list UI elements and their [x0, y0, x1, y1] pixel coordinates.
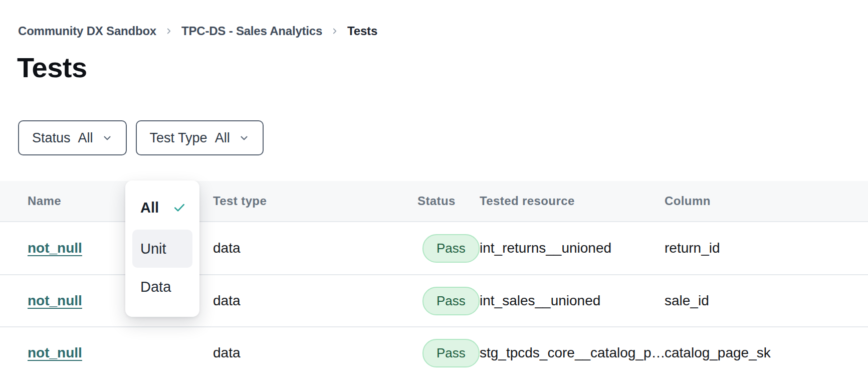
test-name-link[interactable]: not_null	[28, 240, 82, 256]
column-header-status: Status	[417, 194, 480, 208]
status-filter-value: All	[78, 130, 93, 146]
check-icon	[172, 201, 186, 215]
status-badge: Pass	[422, 339, 480, 367]
status-filter-label: Status	[32, 130, 71, 146]
page-title: Tests	[17, 51, 87, 84]
test-type-cell: data	[213, 240, 417, 256]
menu-item-data-label: Data	[140, 279, 171, 295]
test-type-dropdown-menu: All Unit Data	[125, 180, 199, 317]
tested-resource-cell: int_sales__unioned	[480, 293, 665, 309]
column-header-test-type: Test type	[213, 194, 417, 208]
column-cell: sale_id	[665, 293, 868, 309]
filter-bar: Status All Test Type All	[18, 120, 264, 155]
column-cell: return_id	[665, 240, 868, 256]
test-type-cell: data	[213, 293, 417, 309]
chevron-right-icon	[164, 27, 173, 36]
tested-resource-cell: stg_tpcds_core__catalog_p…	[480, 345, 665, 361]
test-name-link[interactable]: not_null	[28, 345, 82, 360]
status-badge: Pass	[422, 287, 480, 315]
breadcrumb-current: Tests	[347, 24, 377, 38]
breadcrumb-environment[interactable]: TPC-DS - Sales Analytics	[181, 24, 322, 38]
test-name-link[interactable]: not_null	[28, 293, 82, 308]
menu-item-unit[interactable]: Unit	[132, 230, 192, 268]
chevron-right-icon	[330, 27, 339, 36]
tests-page: Community DX Sandbox TPC-DS - Sales Anal…	[0, 0, 868, 379]
breadcrumb: Community DX Sandbox TPC-DS - Sales Anal…	[18, 24, 377, 38]
column-header-tested-resource: Tested resource	[480, 194, 665, 208]
status-filter-button[interactable]: Status All	[18, 120, 127, 155]
menu-item-all[interactable]: All	[132, 189, 192, 226]
chevron-down-icon	[102, 132, 113, 143]
test-type-cell: data	[213, 345, 417, 361]
status-badge: Pass	[422, 234, 480, 263]
test-type-filter-value: All	[215, 130, 230, 146]
test-type-filter-label: Test Type	[150, 130, 207, 146]
column-cell: catalog_page_sk	[665, 345, 868, 361]
menu-item-data[interactable]: Data	[132, 269, 192, 305]
menu-item-all-label: All	[140, 200, 159, 216]
column-header-column: Column	[665, 194, 868, 208]
table-row: not_null data Pass stg_tpcds_core__catal…	[0, 326, 868, 378]
tested-resource-cell: int_returns__unioned	[480, 240, 665, 256]
chevron-down-icon	[239, 132, 250, 143]
breadcrumb-project[interactable]: Community DX Sandbox	[18, 24, 156, 38]
test-type-filter-button[interactable]: Test Type All	[136, 120, 264, 155]
menu-item-unit-label: Unit	[140, 241, 166, 257]
